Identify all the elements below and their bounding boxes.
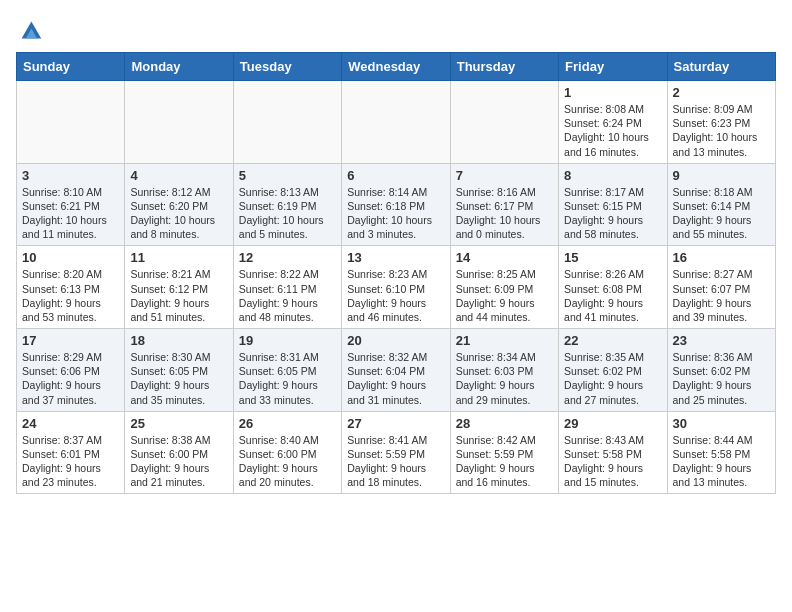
day-number: 24 [22,416,119,431]
calendar-day-cell: 30Sunrise: 8:44 AM Sunset: 5:58 PM Dayli… [667,411,775,494]
day-info: Sunrise: 8:38 AM Sunset: 6:00 PM Dayligh… [130,433,227,490]
logo [16,16,48,44]
day-number: 26 [239,416,336,431]
day-number: 5 [239,168,336,183]
day-number: 15 [564,250,661,265]
day-number: 23 [673,333,770,348]
calendar-day-cell [17,81,125,164]
day-number: 9 [673,168,770,183]
day-number: 28 [456,416,553,431]
calendar-day-cell: 5Sunrise: 8:13 AM Sunset: 6:19 PM Daylig… [233,163,341,246]
day-number: 3 [22,168,119,183]
calendar-day-cell: 9Sunrise: 8:18 AM Sunset: 6:14 PM Daylig… [667,163,775,246]
day-number: 22 [564,333,661,348]
calendar-day-header: Friday [559,53,667,81]
day-info: Sunrise: 8:17 AM Sunset: 6:15 PM Dayligh… [564,185,661,242]
calendar-day-cell: 18Sunrise: 8:30 AM Sunset: 6:05 PM Dayli… [125,329,233,412]
day-info: Sunrise: 8:41 AM Sunset: 5:59 PM Dayligh… [347,433,444,490]
day-number: 14 [456,250,553,265]
day-info: Sunrise: 8:43 AM Sunset: 5:58 PM Dayligh… [564,433,661,490]
page-header [16,16,776,44]
day-info: Sunrise: 8:13 AM Sunset: 6:19 PM Dayligh… [239,185,336,242]
day-info: Sunrise: 8:34 AM Sunset: 6:03 PM Dayligh… [456,350,553,407]
calendar-day-header: Wednesday [342,53,450,81]
calendar-day-header: Tuesday [233,53,341,81]
day-number: 2 [673,85,770,100]
day-info: Sunrise: 8:30 AM Sunset: 6:05 PM Dayligh… [130,350,227,407]
day-info: Sunrise: 8:44 AM Sunset: 5:58 PM Dayligh… [673,433,770,490]
day-number: 21 [456,333,553,348]
day-number: 6 [347,168,444,183]
day-number: 11 [130,250,227,265]
calendar-day-cell: 4Sunrise: 8:12 AM Sunset: 6:20 PM Daylig… [125,163,233,246]
day-info: Sunrise: 8:31 AM Sunset: 6:05 PM Dayligh… [239,350,336,407]
day-info: Sunrise: 8:08 AM Sunset: 6:24 PM Dayligh… [564,102,661,159]
day-number: 27 [347,416,444,431]
day-number: 29 [564,416,661,431]
calendar-day-cell: 23Sunrise: 8:36 AM Sunset: 6:02 PM Dayli… [667,329,775,412]
calendar-day-cell [125,81,233,164]
day-number: 12 [239,250,336,265]
calendar-day-cell [450,81,558,164]
day-number: 1 [564,85,661,100]
day-number: 25 [130,416,227,431]
calendar-week-row: 24Sunrise: 8:37 AM Sunset: 6:01 PM Dayli… [17,411,776,494]
day-info: Sunrise: 8:35 AM Sunset: 6:02 PM Dayligh… [564,350,661,407]
day-info: Sunrise: 8:36 AM Sunset: 6:02 PM Dayligh… [673,350,770,407]
day-info: Sunrise: 8:37 AM Sunset: 6:01 PM Dayligh… [22,433,119,490]
calendar-day-cell: 6Sunrise: 8:14 AM Sunset: 6:18 PM Daylig… [342,163,450,246]
calendar-day-header: Thursday [450,53,558,81]
day-number: 7 [456,168,553,183]
day-number: 8 [564,168,661,183]
day-info: Sunrise: 8:27 AM Sunset: 6:07 PM Dayligh… [673,267,770,324]
day-info: Sunrise: 8:14 AM Sunset: 6:18 PM Dayligh… [347,185,444,242]
calendar-day-cell: 24Sunrise: 8:37 AM Sunset: 6:01 PM Dayli… [17,411,125,494]
calendar-day-header: Sunday [17,53,125,81]
day-number: 13 [347,250,444,265]
day-number: 20 [347,333,444,348]
calendar-day-cell: 20Sunrise: 8:32 AM Sunset: 6:04 PM Dayli… [342,329,450,412]
calendar-day-cell: 8Sunrise: 8:17 AM Sunset: 6:15 PM Daylig… [559,163,667,246]
calendar-day-cell: 26Sunrise: 8:40 AM Sunset: 6:00 PM Dayli… [233,411,341,494]
day-number: 18 [130,333,227,348]
calendar-day-cell: 16Sunrise: 8:27 AM Sunset: 6:07 PM Dayli… [667,246,775,329]
calendar-day-cell: 27Sunrise: 8:41 AM Sunset: 5:59 PM Dayli… [342,411,450,494]
calendar-day-cell [342,81,450,164]
day-info: Sunrise: 8:32 AM Sunset: 6:04 PM Dayligh… [347,350,444,407]
calendar-day-cell: 14Sunrise: 8:25 AM Sunset: 6:09 PM Dayli… [450,246,558,329]
calendar-day-cell: 12Sunrise: 8:22 AM Sunset: 6:11 PM Dayli… [233,246,341,329]
calendar-day-cell: 11Sunrise: 8:21 AM Sunset: 6:12 PM Dayli… [125,246,233,329]
day-info: Sunrise: 8:22 AM Sunset: 6:11 PM Dayligh… [239,267,336,324]
calendar-week-row: 1Sunrise: 8:08 AM Sunset: 6:24 PM Daylig… [17,81,776,164]
day-info: Sunrise: 8:20 AM Sunset: 6:13 PM Dayligh… [22,267,119,324]
calendar-day-cell: 3Sunrise: 8:10 AM Sunset: 6:21 PM Daylig… [17,163,125,246]
day-info: Sunrise: 8:09 AM Sunset: 6:23 PM Dayligh… [673,102,770,159]
day-info: Sunrise: 8:26 AM Sunset: 6:08 PM Dayligh… [564,267,661,324]
day-number: 30 [673,416,770,431]
calendar-day-cell: 28Sunrise: 8:42 AM Sunset: 5:59 PM Dayli… [450,411,558,494]
day-info: Sunrise: 8:25 AM Sunset: 6:09 PM Dayligh… [456,267,553,324]
calendar-day-header: Saturday [667,53,775,81]
day-info: Sunrise: 8:16 AM Sunset: 6:17 PM Dayligh… [456,185,553,242]
day-info: Sunrise: 8:40 AM Sunset: 6:00 PM Dayligh… [239,433,336,490]
calendar-day-cell: 22Sunrise: 8:35 AM Sunset: 6:02 PM Dayli… [559,329,667,412]
calendar-week-row: 3Sunrise: 8:10 AM Sunset: 6:21 PM Daylig… [17,163,776,246]
calendar-table: SundayMondayTuesdayWednesdayThursdayFrid… [16,52,776,494]
day-number: 19 [239,333,336,348]
calendar-day-cell: 17Sunrise: 8:29 AM Sunset: 6:06 PM Dayli… [17,329,125,412]
day-number: 16 [673,250,770,265]
calendar-day-header: Monday [125,53,233,81]
day-info: Sunrise: 8:12 AM Sunset: 6:20 PM Dayligh… [130,185,227,242]
calendar-week-row: 10Sunrise: 8:20 AM Sunset: 6:13 PM Dayli… [17,246,776,329]
day-number: 4 [130,168,227,183]
calendar-week-row: 17Sunrise: 8:29 AM Sunset: 6:06 PM Dayli… [17,329,776,412]
day-info: Sunrise: 8:21 AM Sunset: 6:12 PM Dayligh… [130,267,227,324]
day-info: Sunrise: 8:23 AM Sunset: 6:10 PM Dayligh… [347,267,444,324]
logo-icon [16,16,44,44]
calendar-day-cell: 7Sunrise: 8:16 AM Sunset: 6:17 PM Daylig… [450,163,558,246]
calendar-day-cell: 29Sunrise: 8:43 AM Sunset: 5:58 PM Dayli… [559,411,667,494]
day-info: Sunrise: 8:18 AM Sunset: 6:14 PM Dayligh… [673,185,770,242]
calendar-day-cell: 1Sunrise: 8:08 AM Sunset: 6:24 PM Daylig… [559,81,667,164]
calendar-header-row: SundayMondayTuesdayWednesdayThursdayFrid… [17,53,776,81]
calendar-day-cell: 19Sunrise: 8:31 AM Sunset: 6:05 PM Dayli… [233,329,341,412]
